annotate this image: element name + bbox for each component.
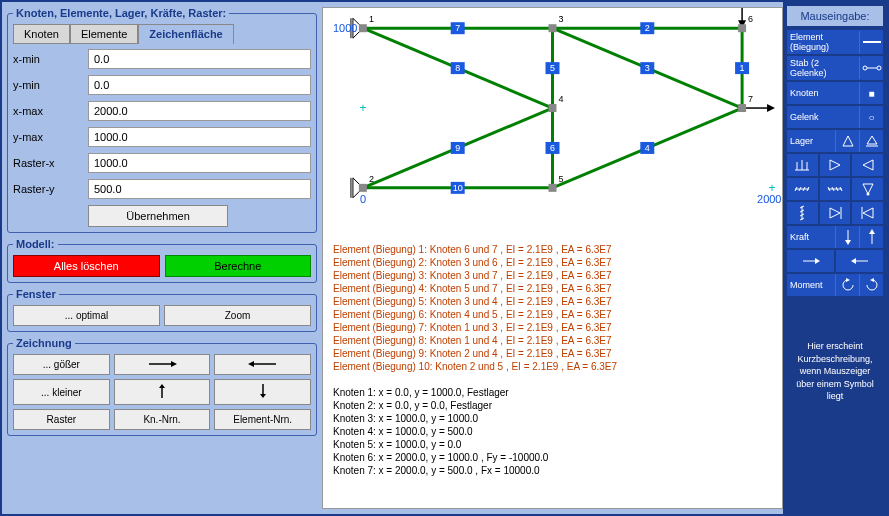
model-title: Modell: — [13, 238, 58, 250]
svg-text:1000: 1000 — [333, 22, 357, 34]
svg-rect-58 — [738, 24, 746, 32]
force-right-icon[interactable] — [787, 250, 834, 272]
node-log-line: Knoten 6: x = 2000.0, y = 1000.0 , Fy = … — [333, 451, 772, 464]
svg-text:7: 7 — [455, 23, 460, 33]
svg-marker-95 — [830, 208, 840, 218]
delete-all-button[interactable]: Alles löschen — [13, 255, 160, 277]
svg-marker-7 — [260, 394, 266, 398]
pan-right-button[interactable] — [114, 354, 211, 375]
xmax-input[interactable] — [88, 101, 311, 121]
ymax-input[interactable] — [88, 127, 311, 147]
element-log-line: Element (Biegung) 1: Knoten 6 und 7 , EI… — [333, 243, 772, 256]
support-icon-1[interactable] — [787, 154, 818, 176]
force-left-icon[interactable] — [836, 250, 883, 272]
smaller-button[interactable]: ... kleiner — [13, 379, 110, 405]
moment-label: Moment — [787, 278, 835, 292]
tab-knoten[interactable]: Knoten — [13, 24, 70, 44]
svg-text:5: 5 — [550, 63, 555, 73]
kraft-label: Kraft — [787, 230, 835, 244]
drawing-canvas[interactable]: ++123456789101234567100002000 Element (B… — [322, 7, 783, 509]
force-down-icon[interactable] — [835, 226, 859, 248]
svg-rect-60 — [738, 104, 746, 112]
svg-text:+: + — [359, 101, 366, 115]
svg-marker-76 — [830, 160, 840, 170]
window-title: Fenster — [13, 288, 59, 300]
pan-up-button[interactable] — [114, 379, 211, 405]
support-icon-9[interactable] — [852, 202, 883, 224]
support-icon-7[interactable] — [787, 202, 818, 224]
node-log-line: Knoten 1: x = 0.0, y = 1000.0, Festlager — [333, 386, 772, 399]
element-log-line: Element (Biegung) 2: Knoten 3 und 6 , EI… — [333, 256, 772, 269]
svg-text:1: 1 — [369, 14, 374, 24]
ymin-label: y-min — [13, 79, 88, 91]
bigger-button[interactable]: ... gößer — [13, 354, 110, 375]
panel-title: Knoten, Elemente, Lager, Kräfte, Raster: — [13, 7, 229, 19]
mouse-input-title: Mauseingabe: — [787, 6, 883, 26]
element-log-line: Element (Biegung) 7: Knoten 1 und 3 , EI… — [333, 321, 772, 334]
moment-cw-icon[interactable] — [859, 274, 883, 296]
svg-marker-1 — [171, 361, 177, 367]
svg-marker-5 — [159, 384, 165, 388]
lager-label: Lager — [787, 134, 835, 148]
svg-text:1: 1 — [740, 63, 745, 73]
svg-text:4: 4 — [645, 143, 650, 153]
pan-left-button[interactable] — [214, 354, 311, 375]
svg-rect-50 — [359, 184, 367, 192]
svg-text:2: 2 — [645, 23, 650, 33]
optimal-button[interactable]: ... optimal — [13, 305, 160, 326]
model-fieldset: Modell: Alles löschen Berechne — [7, 238, 317, 283]
gelenk-icon: ○ — [859, 106, 883, 128]
support-icon-2[interactable] — [820, 154, 851, 176]
node-numbers-button[interactable]: Kn.-Nrn. — [114, 409, 211, 430]
force-up-icon[interactable] — [859, 226, 883, 248]
knoten-icon: ■ — [859, 82, 883, 104]
node-log-line: Knoten 2: x = 0.0, y = 0.0, Festlager — [333, 399, 772, 412]
apply-button[interactable]: Übernehmen — [88, 205, 228, 227]
xmax-label: x-max — [13, 105, 88, 117]
element-log-line: Element (Biegung) 9: Knoten 2 und 4 , EI… — [333, 347, 772, 360]
support-icon-4[interactable] — [787, 178, 818, 200]
support-icon-3[interactable] — [852, 154, 883, 176]
element-log-line: Element (Biegung) 5: Knoten 3 und 4 , EI… — [333, 295, 772, 308]
support-icon-8[interactable] — [820, 202, 851, 224]
svg-text:2000: 2000 — [757, 193, 781, 205]
tool-element[interactable]: Element (Biegung) — [787, 30, 883, 54]
pan-down-button[interactable] — [214, 379, 311, 405]
svg-text:2: 2 — [369, 174, 374, 184]
svg-text:6: 6 — [550, 143, 555, 153]
stab-icon — [859, 57, 883, 79]
element-log-line: Element (Biegung) 6: Knoten 4 und 5 , EI… — [333, 308, 772, 321]
window-fieldset: Fenster ... optimal Zoom — [7, 288, 317, 332]
rastery-input[interactable] — [88, 179, 311, 199]
tool-knoten[interactable]: Knoten ■ — [787, 82, 883, 104]
svg-marker-69 — [843, 136, 853, 146]
svg-marker-47 — [767, 104, 775, 112]
svg-text:9: 9 — [455, 143, 460, 153]
tab-zeichenflaeche[interactable]: Zeichenfläche — [138, 24, 233, 44]
svg-marker-107 — [846, 278, 850, 282]
tool-stab[interactable]: Stab (2 Gelenke) — [787, 56, 883, 80]
tool-gelenk[interactable]: Gelenk ○ — [787, 106, 883, 128]
svg-text:8: 8 — [455, 63, 460, 73]
node-log-line: Knoten 7: x = 2000.0, y = 500.0 , Fx = 1… — [333, 464, 772, 477]
lager-pinned-icon[interactable] — [859, 130, 883, 152]
element-log-line: Element (Biegung) 10: Knoten 2 und 5 , E… — [333, 360, 772, 373]
support-icon-5[interactable] — [820, 178, 851, 200]
lager-fixed-icon[interactable] — [835, 130, 859, 152]
rasterx-label: Raster-x — [13, 157, 88, 169]
raster-button[interactable]: Raster — [13, 409, 110, 430]
moment-ccw-icon[interactable] — [835, 274, 859, 296]
svg-rect-56 — [549, 184, 557, 192]
calculate-button[interactable]: Berechne — [165, 255, 312, 277]
rasterx-input[interactable] — [88, 153, 311, 173]
ymin-input[interactable] — [88, 75, 311, 95]
support-icon-6[interactable] — [852, 178, 883, 200]
zoom-button[interactable]: Zoom — [164, 305, 311, 326]
element-log-line: Element (Biegung) 8: Knoten 1 und 4 , EI… — [333, 334, 772, 347]
tab-elemente[interactable]: Elemente — [70, 24, 138, 44]
element-icon — [859, 31, 883, 53]
drawing-fieldset: Zeichnung ... gößer ... kleiner Raster K… — [7, 337, 317, 436]
element-numbers-button[interactable]: Element-Nrn. — [214, 409, 311, 430]
xmin-input[interactable] — [88, 49, 311, 69]
svg-marker-108 — [870, 278, 874, 282]
